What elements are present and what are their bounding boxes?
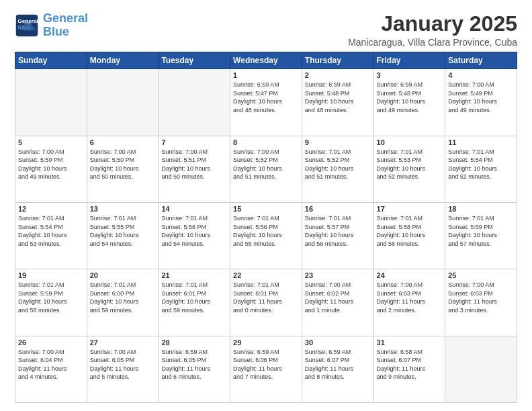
calendar-day-header: Tuesday (159, 52, 230, 69)
calendar-cell (159, 69, 230, 136)
calendar-cell: 13Sunrise: 7:01 AM Sunset: 5:55 PM Dayli… (87, 202, 159, 269)
day-info: Sunrise: 7:00 AM Sunset: 5:51 PM Dayligh… (161, 148, 227, 181)
calendar-day-header: Thursday (302, 52, 373, 69)
calendar-cell (15, 69, 87, 136)
day-info: Sunrise: 7:01 AM Sunset: 5:53 PM Dayligh… (377, 148, 443, 181)
day-number: 28 (161, 338, 227, 347)
calendar-cell: 18Sunrise: 7:01 AM Sunset: 5:59 PM Dayli… (445, 202, 517, 269)
month-title: January 2025 (348, 12, 517, 36)
day-number: 8 (233, 138, 299, 146)
day-info: Sunrise: 7:01 AM Sunset: 5:57 PM Dayligh… (305, 214, 371, 248)
calendar-week-row: 19Sunrise: 7:01 AM Sunset: 5:59 PM Dayli… (15, 269, 517, 336)
calendar-cell: 14Sunrise: 7:01 AM Sunset: 5:56 PM Dayli… (159, 202, 230, 269)
day-number: 2 (305, 71, 371, 79)
calendar-cell (445, 336, 517, 402)
calendar-cell: 11Sunrise: 7:01 AM Sunset: 5:54 PM Dayli… (445, 136, 517, 202)
calendar-cell: 5Sunrise: 7:00 AM Sunset: 5:50 PM Daylig… (15, 136, 87, 202)
day-info: Sunrise: 6:59 AM Sunset: 5:48 PM Dayligh… (305, 81, 371, 114)
day-number: 24 (377, 271, 443, 279)
day-info: Sunrise: 6:59 AM Sunset: 6:07 PM Dayligh… (305, 348, 371, 381)
day-number: 4 (448, 71, 514, 79)
day-info: Sunrise: 6:59 AM Sunset: 6:06 PM Dayligh… (233, 348, 299, 381)
day-number: 19 (18, 271, 84, 279)
svg-text:General: General (18, 18, 38, 24)
day-number: 9 (305, 138, 371, 146)
day-number: 29 (233, 338, 299, 347)
day-number: 23 (305, 271, 371, 279)
logo: General Blue General Blue (15, 12, 88, 39)
day-number: 15 (233, 205, 299, 213)
logo-blue: Blue (43, 25, 69, 38)
day-number: 14 (161, 205, 227, 213)
header: General Blue General Blue January 2025 M… (15, 12, 517, 48)
day-info: Sunrise: 7:00 AM Sunset: 6:04 PM Dayligh… (18, 348, 84, 381)
day-info: Sunrise: 7:01 AM Sunset: 5:56 PM Dayligh… (161, 214, 227, 248)
calendar-week-row: 5Sunrise: 7:00 AM Sunset: 5:50 PM Daylig… (15, 136, 517, 202)
day-info: Sunrise: 7:01 AM Sunset: 6:00 PM Dayligh… (90, 281, 156, 314)
calendar-cell: 22Sunrise: 7:01 AM Sunset: 6:01 PM Dayli… (230, 269, 302, 336)
svg-text:Blue: Blue (18, 24, 30, 30)
calendar-cell: 3Sunrise: 6:59 AM Sunset: 5:48 PM Daylig… (373, 69, 445, 136)
day-number: 26 (18, 338, 84, 347)
day-info: Sunrise: 7:01 AM Sunset: 5:54 PM Dayligh… (448, 148, 514, 181)
day-info: Sunrise: 7:00 AM Sunset: 6:02 PM Dayligh… (305, 281, 371, 314)
calendar-day-header: Sunday (15, 52, 87, 69)
day-info: Sunrise: 7:01 AM Sunset: 5:58 PM Dayligh… (377, 214, 443, 248)
calendar-cell: 6Sunrise: 7:00 AM Sunset: 5:50 PM Daylig… (87, 136, 159, 202)
logo-icon: General Blue (15, 13, 39, 38)
logo-general: General (43, 11, 88, 25)
day-info: Sunrise: 7:00 AM Sunset: 6:03 PM Dayligh… (448, 281, 514, 314)
calendar-cell: 10Sunrise: 7:01 AM Sunset: 5:53 PM Dayli… (373, 136, 445, 202)
day-number: 30 (305, 338, 371, 347)
day-info: Sunrise: 7:00 AM Sunset: 6:05 PM Dayligh… (90, 348, 156, 381)
day-number: 25 (448, 271, 514, 279)
calendar-day-header: Wednesday (230, 52, 302, 69)
day-number: 3 (377, 71, 443, 79)
day-number: 1 (233, 71, 299, 79)
day-number: 18 (448, 205, 514, 213)
calendar-cell: 24Sunrise: 7:00 AM Sunset: 6:03 PM Dayli… (373, 269, 445, 336)
day-number: 5 (18, 138, 84, 146)
day-info: Sunrise: 7:00 AM Sunset: 5:49 PM Dayligh… (448, 81, 514, 114)
day-info: Sunrise: 6:59 AM Sunset: 6:05 PM Dayligh… (161, 348, 227, 381)
day-info: Sunrise: 7:01 AM Sunset: 5:55 PM Dayligh… (90, 214, 156, 248)
calendar-cell: 1Sunrise: 6:59 AM Sunset: 5:47 PM Daylig… (230, 69, 302, 136)
calendar-cell: 9Sunrise: 7:01 AM Sunset: 5:52 PM Daylig… (302, 136, 373, 202)
day-number: 16 (305, 205, 371, 213)
calendar-cell: 15Sunrise: 7:01 AM Sunset: 5:56 PM Dayli… (230, 202, 302, 269)
logo-text: General Blue (43, 12, 88, 39)
day-info: Sunrise: 7:00 AM Sunset: 5:52 PM Dayligh… (233, 148, 299, 181)
day-number: 7 (161, 138, 227, 146)
calendar-cell: 26Sunrise: 7:00 AM Sunset: 6:04 PM Dayli… (15, 336, 87, 402)
calendar-cell: 16Sunrise: 7:01 AM Sunset: 5:57 PM Dayli… (302, 202, 373, 269)
day-number: 6 (90, 138, 156, 146)
page: General Blue General Blue January 2025 M… (0, 0, 532, 411)
calendar-cell: 17Sunrise: 7:01 AM Sunset: 5:58 PM Dayli… (373, 202, 445, 269)
calendar-week-row: 1Sunrise: 6:59 AM Sunset: 5:47 PM Daylig… (15, 69, 517, 136)
day-number: 22 (233, 271, 299, 279)
calendar-cell: 31Sunrise: 6:58 AM Sunset: 6:07 PM Dayli… (373, 336, 445, 402)
day-info: Sunrise: 6:59 AM Sunset: 5:48 PM Dayligh… (377, 81, 443, 114)
calendar-table: SundayMondayTuesdayWednesdayThursdayFrid… (15, 52, 517, 403)
calendar-header-row: SundayMondayTuesdayWednesdayThursdayFrid… (15, 52, 517, 69)
calendar-cell: 27Sunrise: 7:00 AM Sunset: 6:05 PM Dayli… (87, 336, 159, 402)
day-info: Sunrise: 7:01 AM Sunset: 5:59 PM Dayligh… (448, 214, 514, 248)
calendar-cell: 7Sunrise: 7:00 AM Sunset: 5:51 PM Daylig… (159, 136, 230, 202)
day-number: 11 (448, 138, 514, 146)
day-info: Sunrise: 7:01 AM Sunset: 6:01 PM Dayligh… (161, 281, 227, 314)
day-number: 12 (18, 205, 84, 213)
calendar-day-header: Friday (373, 52, 445, 69)
calendar-cell: 30Sunrise: 6:59 AM Sunset: 6:07 PM Dayli… (302, 336, 373, 402)
calendar-week-row: 12Sunrise: 7:01 AM Sunset: 5:54 PM Dayli… (15, 202, 517, 269)
calendar-day-header: Monday (87, 52, 159, 69)
calendar-cell: 4Sunrise: 7:00 AM Sunset: 5:49 PM Daylig… (445, 69, 517, 136)
calendar-cell: 28Sunrise: 6:59 AM Sunset: 6:05 PM Dayli… (159, 336, 230, 402)
day-info: Sunrise: 7:00 AM Sunset: 5:50 PM Dayligh… (90, 148, 156, 181)
title-block: January 2025 Manicaragua, Villa Clara Pr… (348, 12, 517, 48)
day-number: 10 (377, 138, 443, 146)
day-number: 31 (377, 338, 443, 347)
calendar-cell: 21Sunrise: 7:01 AM Sunset: 6:01 PM Dayli… (159, 269, 230, 336)
day-info: Sunrise: 7:01 AM Sunset: 5:54 PM Dayligh… (18, 214, 84, 248)
day-info: Sunrise: 7:01 AM Sunset: 6:01 PM Dayligh… (233, 281, 299, 314)
calendar-cell: 25Sunrise: 7:00 AM Sunset: 6:03 PM Dayli… (445, 269, 517, 336)
